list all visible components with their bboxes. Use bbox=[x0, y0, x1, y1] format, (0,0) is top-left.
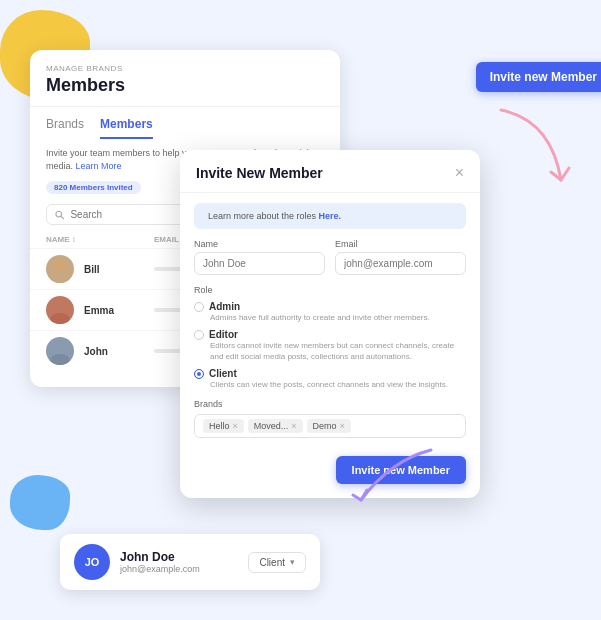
panel-header: MANAGE BRANDS Members bbox=[30, 50, 340, 107]
role-label: Role bbox=[194, 285, 466, 295]
members-count-badge: 820 Members Invited bbox=[46, 181, 141, 194]
blob-blue-decoration bbox=[10, 475, 70, 530]
radio-client[interactable] bbox=[194, 369, 204, 379]
name-input[interactable] bbox=[194, 252, 325, 275]
arrow-pink-decoration bbox=[491, 100, 571, 200]
role-desc-editor: Editors cannot invite new members but ca… bbox=[210, 341, 466, 362]
member-name-emma: Emma bbox=[84, 305, 144, 316]
manage-brands-label: MANAGE BRANDS bbox=[46, 64, 324, 73]
svg-point-3 bbox=[50, 272, 70, 283]
remove-brand-hello[interactable]: × bbox=[233, 421, 238, 431]
role-name-editor: Editor bbox=[209, 329, 238, 340]
role-name-client: Client bbox=[209, 368, 237, 379]
avatar-jo: JO bbox=[74, 544, 110, 580]
tab-brands[interactable]: Brands bbox=[46, 117, 84, 139]
modal-close-button[interactable]: × bbox=[455, 164, 464, 182]
info-banner: Learn more about the roles Here. bbox=[194, 203, 466, 229]
invite-new-member-button-top[interactable]: Invite new Member bbox=[476, 62, 601, 92]
arrow-purple-decoration bbox=[341, 440, 441, 510]
email-input[interactable] bbox=[335, 252, 466, 275]
brand-tag-demo: Demo × bbox=[307, 419, 351, 433]
tab-members[interactable]: Members bbox=[100, 117, 153, 139]
svg-point-4 bbox=[54, 300, 66, 312]
avatar-john bbox=[46, 337, 74, 365]
role-select-value: Client bbox=[259, 557, 285, 568]
member-name-john: John bbox=[84, 346, 144, 357]
role-select-dropdown[interactable]: Client ▾ bbox=[248, 552, 306, 573]
bottom-member-card: JO John Doe john@example.com Client ▾ bbox=[60, 534, 320, 590]
remove-brand-moved[interactable]: × bbox=[291, 421, 296, 431]
chevron-down-icon: ▾ bbox=[290, 557, 295, 567]
modal-title: Invite New Member bbox=[196, 165, 323, 181]
brand-tag-moved: Moved... × bbox=[248, 419, 303, 433]
learn-more-link[interactable]: Learn More bbox=[76, 161, 122, 171]
svg-point-2 bbox=[54, 259, 66, 271]
svg-line-1 bbox=[61, 216, 63, 218]
member-info-email: john@example.com bbox=[120, 564, 238, 574]
avatar-emma bbox=[46, 296, 74, 324]
member-info: John Doe john@example.com bbox=[120, 550, 238, 574]
radio-admin[interactable] bbox=[194, 302, 204, 312]
name-field-group: Name bbox=[194, 239, 325, 275]
brands-input[interactable]: Hello × Moved... × Demo × bbox=[194, 414, 466, 438]
members-title: Members bbox=[46, 75, 324, 96]
svg-point-7 bbox=[50, 354, 70, 365]
svg-point-5 bbox=[50, 313, 70, 324]
name-label: Name bbox=[194, 239, 325, 249]
role-desc-client: Clients can view the posts, connect chan… bbox=[210, 380, 466, 390]
member-info-name: John Doe bbox=[120, 550, 238, 564]
brands-label: Brands bbox=[194, 399, 466, 409]
radio-editor[interactable] bbox=[194, 330, 204, 340]
role-option-admin[interactable]: Admin Admins have full authority to crea… bbox=[194, 301, 466, 323]
modal-header: Invite New Member × bbox=[180, 150, 480, 193]
col-name: NAME ↕ bbox=[46, 235, 146, 244]
svg-point-6 bbox=[54, 341, 66, 353]
email-label: Email bbox=[335, 239, 466, 249]
roles-here-link[interactable]: Here. bbox=[319, 211, 342, 221]
search-icon bbox=[55, 210, 64, 220]
role-name-admin: Admin bbox=[209, 301, 240, 312]
brand-tag-hello: Hello × bbox=[203, 419, 244, 433]
role-desc-admin: Admins have full authority to create and… bbox=[210, 313, 466, 323]
form-row-name-email: Name Email bbox=[180, 239, 480, 275]
role-section: Role Admin Admins have full authority to… bbox=[180, 285, 480, 391]
remove-brand-demo[interactable]: × bbox=[340, 421, 345, 431]
tabs-row: Brands Members bbox=[30, 107, 340, 139]
role-option-client[interactable]: Client Clients can view the posts, conne… bbox=[194, 368, 466, 390]
role-option-editor[interactable]: Editor Editors cannot invite new members… bbox=[194, 329, 466, 362]
email-field-group: Email bbox=[335, 239, 466, 275]
member-name-bill: Bill bbox=[84, 264, 144, 275]
avatar-bill bbox=[46, 255, 74, 283]
